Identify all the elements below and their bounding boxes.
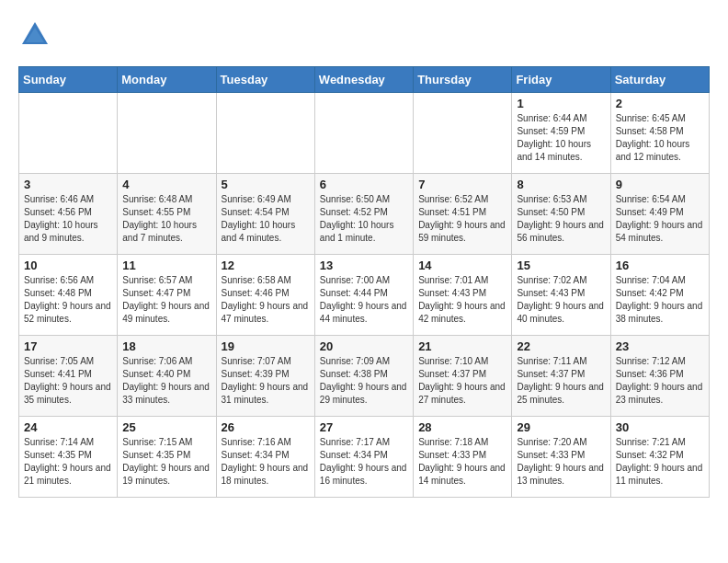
day-number: 14 [418,259,506,272]
day-number: 17 [24,339,112,353]
header-tuesday: Tuesday [216,67,314,93]
day-number: 30 [616,420,704,434]
calendar-cell: 17Sunrise: 7:05 AM Sunset: 4:41 PM Dayli… [19,336,118,417]
calendar-cell: 21Sunrise: 7:10 AM Sunset: 4:37 PM Dayli… [414,336,512,417]
day-info: Sunrise: 6:56 AM Sunset: 4:48 PM Dayligh… [24,274,112,326]
calendar-cell: 12Sunrise: 6:58 AM Sunset: 4:46 PM Dayli… [216,255,314,336]
day-info: Sunrise: 7:06 AM Sunset: 4:40 PM Dayligh… [122,355,210,407]
day-number: 15 [517,259,605,272]
calendar-cell: 18Sunrise: 7:06 AM Sunset: 4:40 PM Dayli… [118,336,216,417]
calendar-cell: 10Sunrise: 6:56 AM Sunset: 4:48 PM Dayli… [19,255,118,336]
day-info: Sunrise: 6:57 AM Sunset: 4:47 PM Dayligh… [122,274,210,326]
day-number: 25 [122,420,210,434]
day-number: 4 [122,178,210,191]
header-friday: Friday [512,67,610,93]
calendar-cell: 26Sunrise: 7:16 AM Sunset: 4:34 PM Dayli… [216,417,314,498]
calendar-cell: 7Sunrise: 6:52 AM Sunset: 4:51 PM Daylig… [414,174,512,255]
calendar-cell [414,93,512,174]
day-info: Sunrise: 7:15 AM Sunset: 4:35 PM Dayligh… [122,436,210,488]
day-info: Sunrise: 6:54 AM Sunset: 4:49 PM Dayligh… [616,193,704,245]
calendar-cell [216,93,314,174]
calendar-week-4: 17Sunrise: 7:05 AM Sunset: 4:41 PM Dayli… [19,336,710,417]
day-info: Sunrise: 7:14 AM Sunset: 4:35 PM Dayligh… [24,436,112,488]
day-number: 2 [616,97,704,110]
day-info: Sunrise: 6:53 AM Sunset: 4:50 PM Dayligh… [517,193,605,245]
calendar-cell: 23Sunrise: 7:12 AM Sunset: 4:36 PM Dayli… [610,336,709,417]
day-info: Sunrise: 6:50 AM Sunset: 4:52 PM Dayligh… [320,193,408,245]
day-info: Sunrise: 6:58 AM Sunset: 4:46 PM Dayligh… [222,274,310,326]
day-number: 6 [320,178,408,191]
day-info: Sunrise: 7:12 AM Sunset: 4:36 PM Dayligh… [616,355,704,407]
header-saturday: Saturday [610,67,709,93]
header-monday: Monday [118,67,216,93]
day-number: 1 [517,97,605,110]
day-info: Sunrise: 7:18 AM Sunset: 4:33 PM Dayligh… [418,436,506,488]
calendar-cell: 14Sunrise: 7:01 AM Sunset: 4:43 PM Dayli… [414,255,512,336]
day-info: Sunrise: 7:10 AM Sunset: 4:37 PM Dayligh… [418,355,506,407]
calendar-cell [19,93,118,174]
calendar-cell: 2Sunrise: 6:45 AM Sunset: 4:58 PM Daylig… [610,93,709,174]
calendar-cell: 9Sunrise: 6:54 AM Sunset: 4:49 PM Daylig… [610,174,709,255]
day-info: Sunrise: 7:20 AM Sunset: 4:33 PM Dayligh… [517,436,605,488]
logo-icon [18,18,51,52]
calendar-cell [118,93,216,174]
day-number: 27 [320,420,408,434]
day-number: 18 [122,339,210,353]
day-number: 19 [222,339,310,353]
day-number: 16 [616,259,704,272]
calendar-header-row: SundayMondayTuesdayWednesdayThursdayFrid… [19,67,710,93]
day-number: 11 [122,259,210,272]
calendar-cell: 5Sunrise: 6:49 AM Sunset: 4:54 PM Daylig… [216,174,314,255]
day-info: Sunrise: 7:04 AM Sunset: 4:42 PM Dayligh… [616,274,704,326]
day-info: Sunrise: 7:02 AM Sunset: 4:43 PM Dayligh… [517,274,605,326]
calendar-cell: 8Sunrise: 6:53 AM Sunset: 4:50 PM Daylig… [512,174,610,255]
calendar-table: SundayMondayTuesdayWednesdayThursdayFrid… [18,66,710,498]
day-number: 20 [320,339,408,353]
day-number: 26 [222,420,310,434]
day-info: Sunrise: 6:44 AM Sunset: 4:59 PM Dayligh… [517,112,605,164]
day-info: Sunrise: 7:05 AM Sunset: 4:41 PM Dayligh… [24,355,112,407]
calendar-cell: 19Sunrise: 7:07 AM Sunset: 4:39 PM Dayli… [216,336,314,417]
day-info: Sunrise: 6:52 AM Sunset: 4:51 PM Dayligh… [418,193,506,245]
calendar-cell: 25Sunrise: 7:15 AM Sunset: 4:35 PM Dayli… [118,417,216,498]
calendar-cell: 30Sunrise: 7:21 AM Sunset: 4:32 PM Dayli… [610,417,709,498]
day-info: Sunrise: 6:45 AM Sunset: 4:58 PM Dayligh… [616,112,704,164]
day-info: Sunrise: 7:17 AM Sunset: 4:34 PM Dayligh… [320,436,408,488]
calendar-cell: 22Sunrise: 7:11 AM Sunset: 4:37 PM Dayli… [512,336,610,417]
day-number: 23 [616,339,704,353]
calendar-week-2: 3Sunrise: 6:46 AM Sunset: 4:56 PM Daylig… [19,174,710,255]
day-number: 13 [320,259,408,272]
calendar-cell [314,93,413,174]
day-number: 21 [418,339,506,353]
calendar-cell: 20Sunrise: 7:09 AM Sunset: 4:38 PM Dayli… [314,336,413,417]
calendar-cell: 1Sunrise: 6:44 AM Sunset: 4:59 PM Daylig… [512,93,610,174]
day-number: 8 [517,178,605,191]
day-info: Sunrise: 7:11 AM Sunset: 4:37 PM Dayligh… [517,355,605,407]
day-number: 22 [517,339,605,353]
day-number: 3 [24,178,112,191]
logo [18,18,57,52]
day-info: Sunrise: 7:21 AM Sunset: 4:32 PM Dayligh… [616,436,704,488]
day-info: Sunrise: 7:07 AM Sunset: 4:39 PM Dayligh… [222,355,310,407]
day-number: 5 [222,178,310,191]
calendar-week-5: 24Sunrise: 7:14 AM Sunset: 4:35 PM Dayli… [19,417,710,498]
page-header [18,18,710,52]
calendar-cell: 3Sunrise: 6:46 AM Sunset: 4:56 PM Daylig… [19,174,118,255]
calendar-cell: 4Sunrise: 6:48 AM Sunset: 4:55 PM Daylig… [118,174,216,255]
day-number: 10 [24,259,112,272]
calendar-cell: 6Sunrise: 6:50 AM Sunset: 4:52 PM Daylig… [314,174,413,255]
calendar-cell: 29Sunrise: 7:20 AM Sunset: 4:33 PM Dayli… [512,417,610,498]
calendar-week-1: 1Sunrise: 6:44 AM Sunset: 4:59 PM Daylig… [19,93,710,174]
day-number: 12 [222,259,310,272]
calendar-week-3: 10Sunrise: 6:56 AM Sunset: 4:48 PM Dayli… [19,255,710,336]
calendar-cell: 16Sunrise: 7:04 AM Sunset: 4:42 PM Dayli… [610,255,709,336]
day-info: Sunrise: 6:46 AM Sunset: 4:56 PM Dayligh… [24,193,112,245]
calendar-cell: 11Sunrise: 6:57 AM Sunset: 4:47 PM Dayli… [118,255,216,336]
calendar-cell: 13Sunrise: 7:00 AM Sunset: 4:44 PM Dayli… [314,255,413,336]
day-number: 7 [418,178,506,191]
header-wednesday: Wednesday [314,67,413,93]
header-sunday: Sunday [19,67,118,93]
calendar-cell: 15Sunrise: 7:02 AM Sunset: 4:43 PM Dayli… [512,255,610,336]
calendar-cell: 27Sunrise: 7:17 AM Sunset: 4:34 PM Dayli… [314,417,413,498]
day-number: 28 [418,420,506,434]
